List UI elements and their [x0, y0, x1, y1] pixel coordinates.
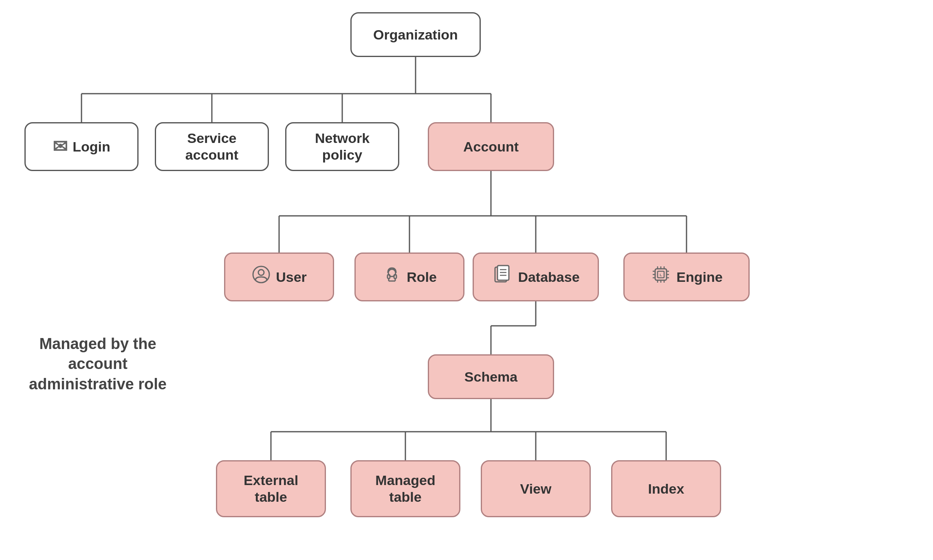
- network-policy-label: Network policy: [315, 130, 370, 163]
- role-icon: [382, 265, 402, 289]
- svg-rect-25: [394, 275, 396, 279]
- login-label: Login: [73, 138, 110, 155]
- organization-label: Organization: [373, 26, 458, 43]
- login-icon: ✉: [53, 136, 68, 158]
- connectors: [0, 0, 933, 560]
- login-node: ✉ Login: [24, 122, 139, 171]
- role-label: Role: [407, 269, 437, 285]
- schema-label: Schema: [464, 369, 517, 385]
- engine-icon: L: [650, 264, 671, 290]
- svg-rect-24: [387, 275, 390, 279]
- svg-text:L: L: [660, 273, 662, 277]
- role-node: Role: [354, 253, 464, 301]
- annotation-text: Managed by the account administrative ro…: [20, 334, 175, 394]
- service-account-node: Service account: [155, 122, 269, 171]
- database-icon: [492, 264, 513, 290]
- user-label: User: [276, 269, 307, 285]
- svg-point-22: [258, 270, 264, 275]
- managed-table-node: Managed table: [350, 460, 460, 517]
- view-node: View: [481, 460, 591, 517]
- engine-label: Engine: [676, 269, 722, 285]
- schema-node: Schema: [428, 354, 554, 399]
- engine-node: L Engine: [623, 253, 750, 301]
- service-account-label: Service account: [185, 130, 238, 163]
- database-label: Database: [518, 269, 579, 285]
- index-label: Index: [648, 481, 684, 497]
- user-icon: [251, 265, 271, 289]
- diagram: Organization ✉ Login Service account Net…: [0, 0, 933, 560]
- external-table-node: External table: [216, 460, 326, 517]
- view-label: View: [520, 481, 552, 497]
- organization-node: Organization: [350, 12, 481, 57]
- user-node: User: [224, 253, 334, 301]
- account-node: Account: [428, 122, 554, 171]
- external-table-label: External table: [244, 472, 298, 505]
- managed-table-label: Managed table: [375, 472, 435, 505]
- account-label: Account: [463, 138, 519, 155]
- network-policy-node: Network policy: [285, 122, 399, 171]
- index-node: Index: [611, 460, 721, 517]
- database-node: Database: [473, 253, 599, 301]
